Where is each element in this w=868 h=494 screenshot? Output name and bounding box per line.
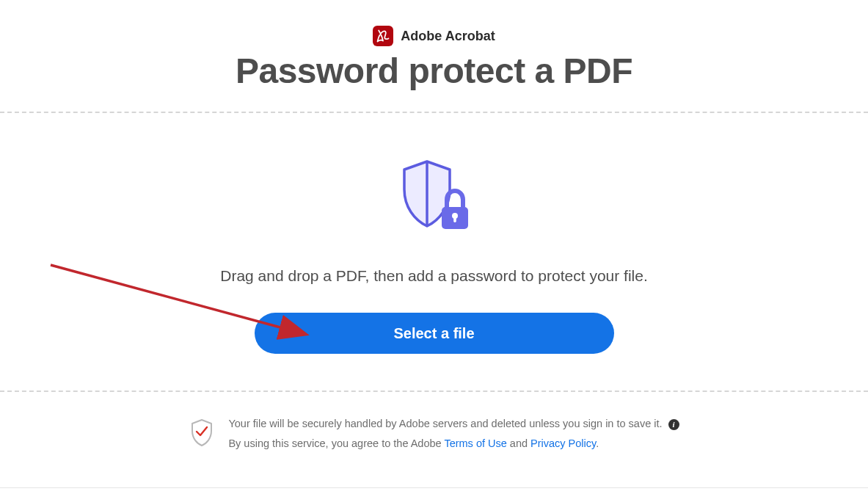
footer: Your file will be securely handled by Ad… bbox=[0, 392, 868, 461]
info-icon[interactable]: i bbox=[668, 419, 679, 430]
footer-line2-prefix: By using this service, you agree to the … bbox=[228, 437, 444, 449]
brand-label: Adobe Acrobat bbox=[401, 29, 495, 44]
footer-and: and bbox=[507, 437, 530, 449]
terms-of-use-link[interactable]: Terms of Use bbox=[444, 437, 506, 449]
footer-text: Your file will be securely handled by Ad… bbox=[228, 414, 679, 454]
bottom-rule bbox=[0, 487, 868, 488]
svg-rect-3 bbox=[453, 217, 456, 222]
privacy-policy-link[interactable]: Privacy Policy bbox=[530, 437, 596, 449]
instructions-text: Drag and drop a PDF, then add a password… bbox=[0, 267, 868, 285]
adobe-acrobat-icon bbox=[373, 26, 393, 46]
brand-row: Adobe Acrobat bbox=[373, 26, 495, 46]
footer-period: . bbox=[596, 437, 599, 449]
footer-line1: Your file will be securely handled by Ad… bbox=[228, 418, 662, 429]
page-header: Adobe Acrobat Password protect a PDF bbox=[0, 0, 868, 112]
page-title: Password protect a PDF bbox=[0, 51, 868, 91]
select-file-button[interactable]: Select a file bbox=[255, 313, 614, 354]
secure-shield-icon bbox=[189, 418, 215, 450]
main-dropzone[interactable]: Drag and drop a PDF, then add a password… bbox=[0, 113, 868, 391]
shield-lock-icon bbox=[394, 157, 475, 238]
